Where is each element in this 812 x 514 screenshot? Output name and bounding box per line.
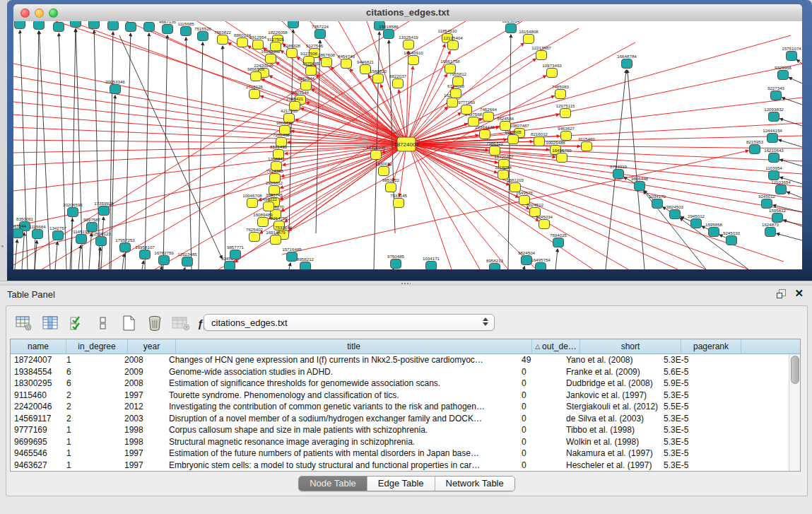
column-header-short[interactable]: short: [580, 339, 681, 354]
table-selector-dropdown[interactable]: citations_edges.txt: [204, 314, 495, 331]
graph-node[interactable]: 8860124: [234, 33, 252, 47]
graph-node[interactable]: 6793919: [610, 164, 628, 179]
row-selection-button[interactable]: [64, 313, 88, 334]
column-header-year[interactable]: year: [128, 339, 176, 354]
graph-node[interactable]: 17359928: [94, 201, 114, 216]
graph-node[interactable]: 8822037: [389, 74, 407, 88]
graph-node[interactable]: 20891406: [49, 21, 69, 32]
network-canvas[interactable]: 2405572391541320891406909758810653267152…: [13, 21, 802, 269]
table-row[interactable]: 946362711997Embryonic stem cells: a mode…: [11, 460, 800, 472]
panel-divider[interactable]: [0, 281, 812, 286]
graph-node[interactable]: 1342757: [49, 226, 67, 240]
graph-node[interactable]: 12213987: [531, 45, 551, 60]
graph-node[interactable]: 1115684: [29, 224, 46, 239]
delete-column-button[interactable]: [143, 313, 166, 334]
graph-node[interactable]: 17957253: [115, 238, 135, 252]
table-row[interactable]: 946554611997Estimation of the future num…: [11, 448, 800, 460]
table-row[interactable]: 1830029562008Estimation of significance …: [11, 378, 800, 390]
table-row[interactable]: 1872400712008Changes of HCN gene express…: [11, 354, 800, 366]
graph-node[interactable]: 10719155: [139, 21, 159, 32]
column-header-name[interactable]: name: [11, 339, 66, 354]
graph-node[interactable]: 7357224: [312, 24, 329, 39]
graph-node[interactable]: 9463627: [558, 126, 575, 141]
table-row[interactable]: 977716911998Corpus callosum shape and si…: [11, 424, 800, 436]
scrollbar-thumb[interactable]: [791, 356, 799, 384]
column-header-out_de[interactable]: △out_de…: [532, 339, 580, 354]
graph-node[interactable]: 12975115: [555, 103, 575, 118]
row-height-button[interactable]: [90, 313, 114, 334]
new-column-button[interactable]: [117, 313, 140, 334]
graph-node[interactable]: 1103954: [765, 165, 782, 180]
graph-node[interactable]: 7485083: [552, 84, 570, 99]
graph-node[interactable]: 2718126: [246, 84, 264, 99]
graph-node[interactable]: 2867608: [318, 52, 336, 67]
network-window-titlebar[interactable]: citations_edges.txt: [13, 4, 802, 22]
graph-node[interactable]: 7515526: [194, 26, 212, 41]
graph-node[interactable]: 8186328: [283, 43, 301, 58]
graph-node[interactable]: 9242844: [298, 76, 315, 90]
column-visibility-button[interactable]: [38, 313, 61, 334]
graph-node[interactable]: 1034171: [423, 256, 440, 269]
graph-node[interactable]: 9245012: [758, 194, 776, 209]
graph-node[interactable]: 6466160: [122, 21, 140, 32]
graph-node[interactable]: 10973493: [542, 63, 562, 78]
graph-node[interactable]: 16782759: [154, 250, 174, 265]
graph-node[interactable]: 1624873: [762, 222, 779, 237]
graph-node[interactable]: 9097588: [67, 21, 85, 28]
graph-node[interactable]: 1115685: [177, 21, 194, 36]
delete-table-button[interactable]: [169, 313, 192, 334]
graph-node[interactable]: 9853022: [382, 177, 400, 192]
graph-node[interactable]: 9329966: [775, 65, 792, 80]
graph-node[interactable]: 16154808: [519, 29, 539, 44]
graph-node[interactable]: 9245034: [536, 214, 553, 229]
divider-grip-icon[interactable]: [401, 282, 411, 285]
column-header-in_degree[interactable]: in_degree: [66, 339, 128, 354]
graph-node[interactable]: 8215953: [746, 139, 764, 154]
graph-node[interactable]: 9115460: [578, 136, 595, 151]
graph-node[interactable]: 18724007: [394, 137, 419, 151]
table-row[interactable]: 1938455462009Genome-wide association stu…: [11, 366, 800, 378]
float-panel-icon[interactable]: [777, 289, 786, 298]
graph-node[interactable]: 16640910: [404, 50, 423, 65]
graph-node[interactable]: 12103654: [771, 180, 791, 194]
table-options-button[interactable]: [12, 313, 35, 334]
column-header-pagerank[interactable]: pagerank: [681, 339, 741, 354]
graph-node[interactable]: 1145194: [73, 229, 90, 244]
tab-node-table[interactable]: Node Table: [299, 477, 367, 491]
graph-node[interactable]: 8454749: [338, 54, 355, 69]
table-row[interactable]: 2242004622012Investigating the contribut…: [11, 401, 800, 413]
graph-node[interactable]: 8958213: [486, 258, 504, 269]
graph-node[interactable]: 7694025: [550, 233, 567, 247]
graph-node[interactable]: 13325419: [399, 35, 418, 49]
table-row[interactable]: 969969511998Structural magnetic resonanc…: [11, 436, 800, 448]
graph-node[interactable]: 7625402: [246, 227, 264, 242]
gutter-collapse-icon[interactable]: ◂: [1, 243, 4, 249]
graph-node[interactable]: 19218586: [379, 24, 399, 39]
graph-node[interactable]: 1530022: [375, 161, 393, 176]
graph-node[interactable]: 8912954: [249, 35, 267, 49]
graph-node[interactable]: 20053346: [105, 79, 125, 94]
graph-node[interactable]: 15751074: [782, 46, 801, 61]
table-row[interactable]: 911546021997Tourette syndrome. Phenomeno…: [11, 390, 800, 402]
tab-edge-table[interactable]: Edge Table: [367, 477, 435, 491]
graph-node[interactable]: 2405572: [13, 21, 29, 29]
graph-node[interactable]: 4667135: [159, 21, 177, 34]
graph-node[interactable]: 9750485: [387, 254, 405, 269]
tab-network-table[interactable]: Network Table: [435, 477, 514, 491]
close-panel-icon[interactable]: ✕: [794, 288, 804, 298]
graph-node[interactable]: 16495754: [531, 257, 551, 269]
graph-node[interactable]: 16053809: [283, 21, 303, 28]
graph-node[interactable]: 7533145: [390, 193, 408, 208]
graph-node[interactable]: 7663822: [214, 30, 232, 45]
graph-node[interactable]: 12923485: [177, 252, 197, 267]
table-row[interactable]: 1456911722003Disruption of a novel membe…: [11, 413, 800, 425]
table-vertical-scrollbar[interactable]: [789, 354, 800, 471]
column-header-title[interactable]: title: [176, 339, 532, 354]
graph-node[interactable]: 16958107: [135, 245, 155, 259]
graph-node[interactable]: 8958212: [297, 257, 314, 269]
graph-node[interactable]: 20206596: [63, 202, 83, 217]
graph-node[interactable]: 16648784: [617, 54, 637, 69]
table-panel-title: Table Panel: [7, 289, 55, 300]
graph-node[interactable]: 3915413: [30, 21, 48, 30]
graph-node[interactable]: 1527602: [105, 21, 122, 30]
